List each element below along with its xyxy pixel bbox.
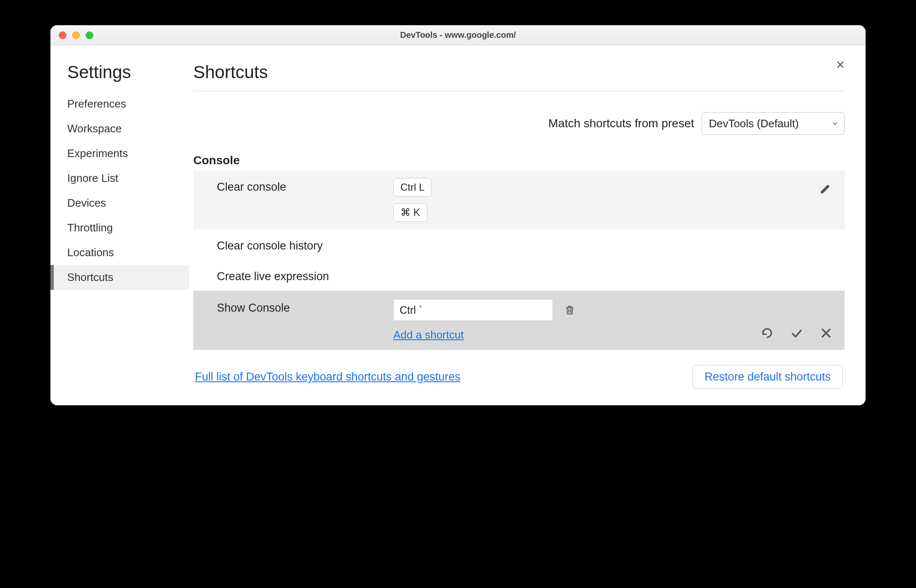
sidebar-item-locations[interactable]: Locations xyxy=(50,240,189,265)
shortcut-row-clear-console: Clear console Ctrl L ⌘ K xyxy=(193,171,845,229)
close-icon xyxy=(820,327,832,339)
section-heading-console: Console xyxy=(193,154,845,167)
shortcut-keys: Ctrl L ⌘ K xyxy=(393,178,432,222)
sidebar-item-label: Devices xyxy=(67,197,106,209)
edit-actions xyxy=(759,325,834,341)
preset-select[interactable]: DevTools (Default) xyxy=(702,112,845,135)
window-close-button[interactable] xyxy=(59,32,66,39)
sidebar-item-experiments[interactable]: Experiments xyxy=(50,141,189,166)
page-title: Shortcuts xyxy=(193,62,845,91)
main-panel: Shortcuts Match shortcuts from preset De… xyxy=(189,45,866,405)
window-zoom-button[interactable] xyxy=(86,32,93,39)
devtools-settings-window: DevTools - www.google.com/ Settings Pref… xyxy=(50,25,866,405)
footer-row: Full list of DevTools keyboard shortcuts… xyxy=(193,365,845,388)
titlebar: DevTools - www.google.com/ xyxy=(50,25,866,45)
sidebar-item-label: Throttling xyxy=(67,221,113,234)
restore-defaults-button[interactable]: Restore default shortcuts xyxy=(692,365,843,388)
shortcut-row-clear-console-history: Clear console history xyxy=(193,229,845,260)
add-shortcut-link[interactable]: Add a shortcut xyxy=(393,328,464,341)
shortcut-name: Clear console history xyxy=(217,237,393,252)
sidebar-item-workspace[interactable]: Workspace xyxy=(50,116,189,141)
sidebar-item-throttling[interactable]: Throttling xyxy=(50,215,189,240)
shortcut-name: Show Console xyxy=(217,299,393,315)
shortcut-row-create-live-expression: Create live expression xyxy=(193,260,845,291)
shortcut-name: Clear console xyxy=(217,178,393,194)
sidebar-item-shortcuts[interactable]: Shortcuts xyxy=(50,265,189,290)
undo-icon xyxy=(761,327,774,339)
preset-select-value: DevTools (Default) xyxy=(709,117,799,130)
key-badge: ⌘ K xyxy=(393,203,427,222)
traffic-lights xyxy=(59,32,93,39)
sidebar-item-label: Shortcuts xyxy=(67,271,113,284)
content-area: Settings Preferences Workspace Experimen… xyxy=(50,45,866,405)
edit-shortcut-button[interactable] xyxy=(816,180,834,198)
check-icon xyxy=(790,327,803,339)
shortcut-name: Create live expression xyxy=(217,268,393,283)
preset-label: Match shortcuts from preset xyxy=(548,117,694,130)
sidebar-item-preferences[interactable]: Preferences xyxy=(50,92,189,116)
shortcut-key-input[interactable]: Ctrl ` xyxy=(393,299,553,321)
sidebar-item-label: Workspace xyxy=(67,122,122,135)
sidebar-title: Settings xyxy=(50,62,189,92)
window-minimize-button[interactable] xyxy=(72,32,80,39)
preset-row: Match shortcuts from preset DevTools (De… xyxy=(193,112,845,135)
close-settings-button[interactable] xyxy=(833,57,848,72)
sidebar-item-ignore-list[interactable]: Ignore List xyxy=(50,166,189,191)
confirm-edit-button[interactable] xyxy=(788,325,805,341)
close-icon xyxy=(836,60,845,69)
undo-edit-button[interactable] xyxy=(759,325,776,341)
shortcut-row-show-console: Show Console Ctrl ` Add a shortcut xyxy=(193,291,845,350)
sidebar-item-devices[interactable]: Devices xyxy=(50,191,189,215)
sidebar-item-label: Preferences xyxy=(67,97,126,110)
pencil-icon xyxy=(819,183,831,195)
settings-sidebar: Settings Preferences Workspace Experimen… xyxy=(50,45,189,405)
shortcut-edit-line: Ctrl ` xyxy=(393,299,578,321)
sidebar-item-label: Ignore List xyxy=(67,172,118,184)
shortcut-edit-block: Ctrl ` Add a shortcut xyxy=(393,299,578,341)
sidebar-item-label: Experiments xyxy=(67,147,128,160)
chevron-down-icon xyxy=(832,117,838,130)
cancel-edit-button[interactable] xyxy=(818,325,834,341)
trash-icon xyxy=(564,304,575,315)
key-badge: Ctrl L xyxy=(393,178,432,197)
sidebar-item-label: Locations xyxy=(67,246,114,259)
window-title: DevTools - www.google.com/ xyxy=(50,30,866,40)
delete-shortcut-button[interactable] xyxy=(561,302,578,318)
full-shortcut-list-link[interactable]: Full list of DevTools keyboard shortcuts… xyxy=(195,370,461,383)
